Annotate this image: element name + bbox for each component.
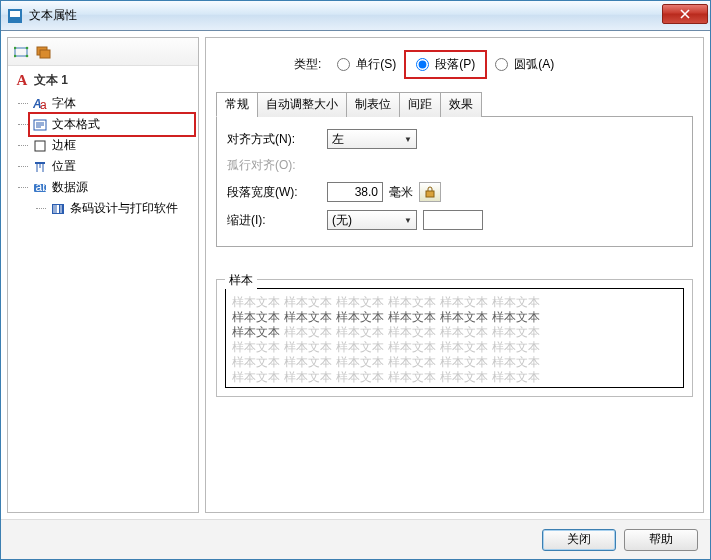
svg-rect-2 (15, 48, 27, 56)
align-label: 对齐方式(N): (227, 131, 327, 148)
tab-spacing[interactable]: 间距 (399, 92, 441, 117)
tab-effects[interactable]: 效果 (440, 92, 482, 117)
indent-input[interactable] (423, 210, 483, 230)
text-format-icon (32, 117, 48, 133)
tree-item-datasource-child[interactable]: 条码设计与打印软件 (48, 198, 194, 219)
tree-item-font[interactable]: Aa 字体 (30, 93, 194, 114)
toolbar-btn-1[interactable] (12, 42, 32, 62)
svg-point-5 (14, 54, 16, 57)
type-row: 类型: 单行(S) 段落(P) 圆弧(A) (294, 52, 693, 77)
tab-tabstops[interactable]: 制表位 (346, 92, 400, 117)
radio-arc[interactable]: 圆弧(A) (495, 56, 554, 73)
radio-single-line[interactable]: 单行(S) (337, 56, 396, 73)
tree-root[interactable]: A 文本 1 (12, 72, 194, 89)
close-button[interactable] (662, 4, 708, 24)
position-icon (32, 159, 48, 175)
svg-point-4 (26, 46, 29, 49)
svg-rect-27 (426, 191, 434, 197)
sample-box: 样本文本样本文本样本文本样本文本样本文本样本文本 样本文本样本文本样本文本样本文… (225, 288, 684, 388)
left-panel: A 文本 1 Aa 字体 文本格式 边框 (7, 37, 199, 513)
border-icon (32, 138, 48, 154)
right-panel: 类型: 单行(S) 段落(P) 圆弧(A) 常规 自动调整大小 制表位 (205, 37, 704, 513)
sample-legend: 样本 (225, 272, 257, 289)
font-icon: Aa (32, 96, 48, 112)
tree-item-border[interactable]: 边框 (30, 135, 194, 156)
orphan-label: 孤行对齐(O): (227, 157, 327, 174)
radio-paragraph-input[interactable] (416, 58, 429, 71)
datasource-icon: ab (32, 180, 48, 196)
indent-combo[interactable]: (无) ▼ (327, 210, 417, 230)
lock-icon (423, 185, 437, 199)
titlebar: 文本属性 (1, 1, 710, 31)
width-label: 段落宽度(W): (227, 184, 327, 201)
svg-text:ab: ab (36, 181, 48, 194)
tab-body: 对齐方式(N): 左 ▼ 孤行对齐(O): 段落宽度(W): 毫米 (216, 117, 693, 247)
type-label: 类型: (294, 56, 321, 73)
tab-autosize[interactable]: 自动调整大小 (257, 92, 347, 117)
radio-arc-input[interactable] (495, 58, 508, 71)
row-orphan: 孤行对齐(O): (227, 157, 682, 174)
svg-text:a: a (40, 98, 47, 111)
width-input[interactable] (327, 182, 383, 202)
row-align: 对齐方式(N): 左 ▼ (227, 129, 682, 149)
svg-point-6 (26, 54, 29, 57)
width-unit: 毫米 (389, 184, 413, 201)
left-toolbar (8, 38, 198, 66)
toolbar-btn-2[interactable] (34, 42, 54, 62)
tree-item-text-format[interactable]: 文本格式 (30, 114, 194, 135)
align-combo[interactable]: 左 ▼ (327, 129, 417, 149)
sample-group: 样本 样本文本样本文本样本文本样本文本样本文本样本文本 样本文本样本文本样本文本… (216, 279, 693, 397)
tree-view: A 文本 1 Aa 字体 文本格式 边框 (8, 66, 198, 512)
dialog-window: 文本属性 A 文本 1 Aa (0, 0, 711, 560)
svg-rect-15 (35, 141, 45, 151)
svg-rect-1 (10, 11, 20, 17)
window-title: 文本属性 (29, 7, 662, 24)
tree-item-position[interactable]: 位置 (30, 156, 194, 177)
svg-rect-8 (40, 50, 50, 58)
footer: 关闭 帮助 (1, 519, 710, 559)
barcode-icon (50, 201, 66, 217)
content-area: A 文本 1 Aa 字体 文本格式 边框 (1, 31, 710, 519)
text-a-icon: A (14, 72, 30, 89)
svg-point-3 (14, 46, 16, 49)
chevron-down-icon: ▼ (404, 216, 412, 225)
tab-general[interactable]: 常规 (216, 92, 258, 117)
tree-item-datasource[interactable]: ab 数据源 (30, 177, 194, 198)
indent-label: 缩进(I): (227, 212, 327, 229)
help-button[interactable]: 帮助 (624, 529, 698, 551)
lock-button[interactable] (419, 182, 441, 202)
radio-paragraph[interactable]: 段落(P) (406, 52, 485, 77)
tab-bar: 常规 自动调整大小 制表位 间距 效果 (216, 91, 693, 117)
row-width: 段落宽度(W): 毫米 (227, 182, 682, 202)
close-dialog-button[interactable]: 关闭 (542, 529, 616, 551)
chevron-down-icon: ▼ (404, 135, 412, 144)
row-indent: 缩进(I): (无) ▼ (227, 210, 682, 230)
app-icon (7, 8, 23, 24)
radio-single-line-input[interactable] (337, 58, 350, 71)
